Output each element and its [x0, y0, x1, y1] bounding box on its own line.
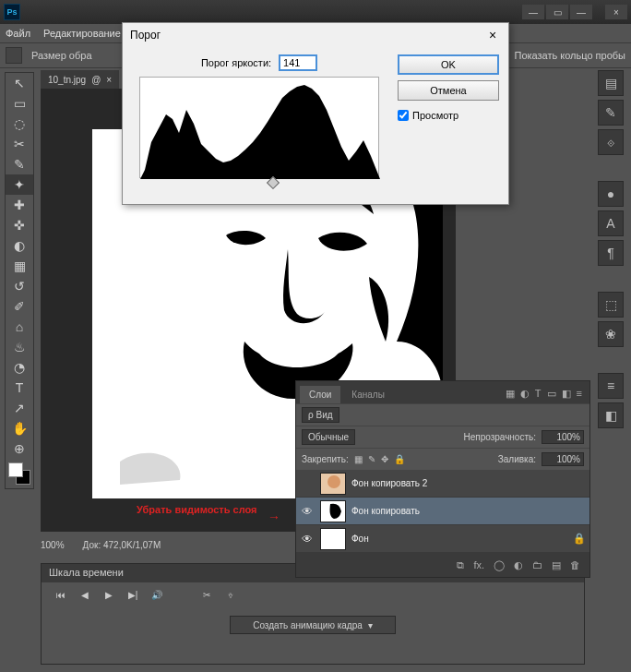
dock-color[interactable]: ✎ — [598, 100, 624, 126]
new-group-icon[interactable]: 🗀 — [532, 559, 542, 570]
window-maximize[interactable]: ▭ — [546, 5, 568, 19]
timeline-first[interactable]: ⏮ — [53, 587, 69, 602]
tool-eyedropper[interactable]: ✦ — [6, 174, 33, 195]
tool-lasso[interactable]: ◌ — [6, 114, 33, 134]
preview-checkbox[interactable] — [398, 110, 409, 121]
tool-history-brush[interactable]: ▦ — [6, 256, 33, 276]
layer-visibility-toggle[interactable]: 👁 — [300, 533, 315, 546]
lock-pixels-icon[interactable]: ✎ — [368, 454, 375, 464]
dock-channels[interactable]: ≡ — [598, 373, 624, 399]
lock-all-icon[interactable]: 🔒 — [394, 454, 405, 464]
cancel-button[interactable]: Отмена — [398, 80, 499, 101]
threshold-dialog: Порог × Порог яркости: OK Отмена Просмот… — [122, 22, 509, 205]
tool-zoom[interactable]: ⊕ — [6, 438, 33, 459]
tab-layers[interactable]: Слои — [300, 386, 340, 403]
slider-thumb[interactable] — [267, 176, 280, 189]
threshold-slider[interactable] — [139, 178, 379, 191]
dock-styles[interactable]: ❀ — [598, 321, 624, 347]
timeline-controls: ⏮ ◀ ▶ ▶| 🔊 ✂ ⎀ — [42, 582, 584, 606]
delete-layer-icon[interactable]: 🗑 — [570, 559, 580, 570]
document-tab-close[interactable]: × — [106, 75, 112, 85]
doc-size: Док: 472,0K/1,07M — [83, 540, 161, 550]
tool-dodge[interactable]: ♨ — [6, 337, 33, 357]
blend-mode-select[interactable]: Обычные — [302, 429, 355, 445]
dock-swatches[interactable]: ⟐ — [598, 129, 624, 155]
app-logo: Ps — [4, 4, 20, 20]
new-layer-icon[interactable]: ▤ — [552, 559, 561, 571]
filter-adjust-icon[interactable]: ◐ — [520, 388, 530, 400]
tab-channels[interactable]: Каналы — [342, 386, 394, 403]
lock-transparency-icon[interactable]: ▦ — [354, 454, 363, 464]
dialog-title: Порог — [130, 29, 161, 42]
fill-input[interactable]: 100% — [542, 452, 584, 466]
dock-character[interactable]: A — [598, 210, 624, 236]
preview-checkbox-row[interactable]: Просмотр — [398, 110, 499, 121]
tool-preset-icon[interactable] — [6, 47, 22, 64]
tool-eraser[interactable]: ↺ — [6, 276, 33, 296]
window-minimize[interactable]: — — [522, 5, 544, 19]
tool-marquee[interactable]: ▭ — [6, 93, 33, 114]
create-frame-animation-label: Создать анимацию кадра — [253, 620, 363, 630]
dialog-titlebar[interactable]: Порог × — [123, 23, 508, 47]
timeline-next[interactable]: ▶| — [125, 587, 141, 602]
layer-visibility-toggle[interactable]: 👁 — [300, 505, 315, 518]
layer-thumbnail[interactable] — [320, 528, 346, 550]
status-bar: 100% Док: 472,0K/1,07M — [41, 535, 299, 554]
timeline-play[interactable]: ▶ — [101, 587, 117, 602]
layer-thumbnail[interactable] — [320, 500, 346, 522]
zoom-level[interactable]: 100% — [41, 540, 65, 550]
create-frame-animation-button[interactable]: Создать анимацию кадра ▾ — [230, 616, 396, 634]
link-layers-icon[interactable]: ⧉ — [457, 559, 464, 571]
filter-type-icon[interactable]: T — [535, 388, 542, 400]
tool-gradient[interactable]: ✐ — [6, 296, 33, 317]
timeline-prev[interactable]: ◀ — [77, 587, 93, 602]
layer-row[interactable]: 👁 Фон копировать — [296, 498, 589, 525]
threshold-input[interactable] — [279, 54, 317, 71]
layer-row[interactable]: 👁 Фон копировать 2 — [296, 470, 589, 498]
show-ring-label: Показать кольцо пробы — [514, 50, 625, 61]
window-close-sm[interactable]: — — [570, 5, 592, 19]
menu-file[interactable]: Файл — [6, 28, 30, 39]
tool-move[interactable]: ↖ — [6, 73, 33, 93]
dock-adjustments[interactable]: ● — [598, 181, 624, 207]
opacity-input[interactable]: 100% — [542, 430, 584, 444]
document-tab[interactable]: 10_tn.jpg @ × — [41, 70, 119, 89]
lock-position-icon[interactable]: ✥ — [381, 454, 388, 464]
layer-style-icon[interactable]: fx. — [473, 559, 484, 570]
layer-kind-select[interactable]: ρ Вид — [302, 407, 339, 423]
tool-stamp[interactable]: ◐ — [6, 235, 33, 256]
annotation-arrow-icon: → — [268, 510, 280, 524]
dock-paragraph[interactable]: ¶ — [598, 240, 624, 266]
menu-edit[interactable]: Редактирование — [43, 28, 121, 39]
filter-pixel-icon[interactable]: ▦ — [506, 388, 515, 400]
panel-menu-icon[interactable]: ≡ — [577, 388, 582, 400]
timeline-split[interactable]: ⎀ — [222, 587, 239, 602]
tool-wand[interactable]: ✂ — [6, 134, 33, 154]
tool-type[interactable]: T — [6, 378, 33, 398]
layer-row[interactable]: 👁 Фон 🔒 — [296, 525, 589, 553]
tool-path[interactable]: ↗ — [6, 398, 33, 418]
color-swatch[interactable] — [8, 462, 30, 485]
new-fill-icon[interactable]: ◐ — [514, 559, 523, 571]
dock-layers[interactable]: ⬚ — [598, 292, 624, 318]
layer-mask-icon[interactable]: ◯ — [494, 559, 505, 571]
tool-pen[interactable]: ◔ — [6, 357, 33, 378]
foreground-color[interactable] — [8, 462, 23, 477]
tool-brush[interactable]: ✜ — [6, 215, 33, 235]
tool-blur[interactable]: ⌂ — [6, 317, 33, 337]
dock-history[interactable]: ▤ — [598, 70, 624, 96]
filter-smart-icon[interactable]: ◧ — [562, 388, 571, 400]
layer-thumbnail[interactable] — [320, 473, 346, 495]
filter-shape-icon[interactable]: ▭ — [547, 388, 556, 400]
dock-paths[interactable]: ◧ — [598, 402, 624, 428]
window-close[interactable]: × — [605, 5, 627, 19]
tool-crop[interactable]: ✎ — [6, 154, 33, 174]
timeline-cut[interactable]: ✂ — [198, 587, 215, 602]
lock-indicator-icon: 🔒 — [573, 533, 586, 545]
timeline-speaker[interactable]: 🔊 — [149, 587, 165, 602]
ok-button[interactable]: OK — [398, 54, 499, 75]
layer-visibility-toggle[interactable]: 👁 — [300, 477, 315, 490]
tool-hand[interactable]: ✋ — [6, 418, 33, 438]
tool-heal[interactable]: ✚ — [6, 195, 33, 215]
dialog-close-button[interactable]: × — [484, 27, 501, 43]
